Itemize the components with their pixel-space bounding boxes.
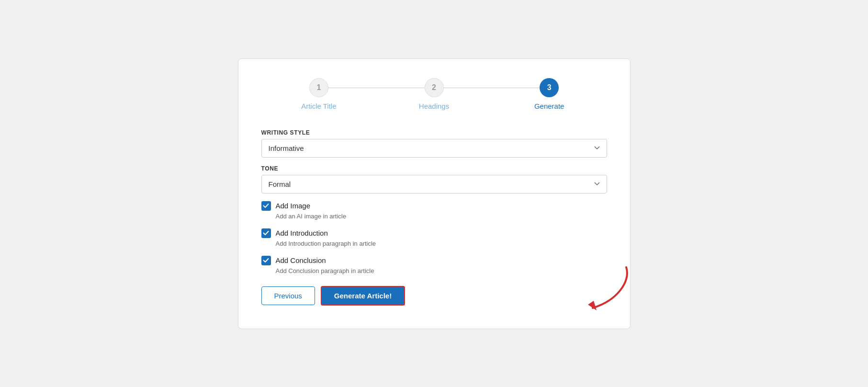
add-image-label: Add Image — [276, 202, 311, 210]
add-introduction-hint: Add Introduction paragraph in article — [276, 240, 607, 247]
button-row: Previous Generate Article! — [261, 286, 607, 306]
checkmark-icon — [263, 257, 269, 263]
step-3-label: Generate — [534, 102, 564, 110]
writing-style-label: WRITING STYLE — [261, 129, 607, 136]
add-conclusion-hint: Add Conclusion paragraph in article — [276, 267, 607, 274]
tone-section: TONE Formal Casual Friendly Professional — [261, 165, 607, 194]
stepper: 1 Article Title 2 Headings 3 Generate — [261, 78, 607, 110]
add-introduction-checkbox[interactable] — [261, 228, 271, 238]
add-image-row: Add Image — [261, 201, 607, 211]
main-card: 1 Article Title 2 Headings 3 Generate WR… — [238, 58, 631, 329]
step-1-label: Article Title — [301, 102, 336, 110]
add-conclusion-row: Add Conclusion — [261, 256, 607, 265]
previous-button[interactable]: Previous — [261, 286, 315, 305]
add-conclusion-group: Add Conclusion Add Conclusion paragraph … — [261, 256, 607, 274]
svg-marker-0 — [588, 301, 597, 310]
step-3-circle: 3 — [540, 78, 559, 97]
step-3-number: 3 — [547, 83, 552, 92]
step-3: 3 Generate — [492, 78, 607, 110]
add-image-group: Add Image Add an AI image in article — [261, 201, 607, 220]
step-2-number: 2 — [432, 83, 436, 92]
writing-style-select[interactable]: Informative Persuasive Descriptive Narra… — [261, 139, 607, 158]
tone-label: TONE — [261, 165, 607, 172]
add-introduction-group: Add Introduction Add Introduction paragr… — [261, 228, 607, 247]
step-1-number: 1 — [316, 83, 321, 92]
step-2: 2 Headings — [376, 78, 492, 110]
add-image-hint: Add an AI image in article — [276, 213, 607, 220]
step-2-label: Headings — [419, 102, 449, 110]
generate-button[interactable]: Generate Article! — [321, 286, 405, 306]
step-1-circle: 1 — [309, 78, 328, 97]
add-image-checkbox[interactable] — [261, 201, 271, 211]
add-conclusion-label: Add Conclusion — [276, 256, 326, 264]
checkmark-icon — [263, 230, 269, 236]
tone-select[interactable]: Formal Casual Friendly Professional — [261, 175, 607, 194]
add-conclusion-checkbox[interactable] — [261, 256, 271, 265]
step-2-circle: 2 — [425, 78, 444, 97]
add-introduction-row: Add Introduction — [261, 228, 607, 238]
add-introduction-label: Add Introduction — [276, 229, 328, 237]
checkmark-icon — [263, 203, 269, 209]
writing-style-section: WRITING STYLE Informative Persuasive Des… — [261, 129, 607, 158]
step-1: 1 Article Title — [261, 78, 377, 110]
